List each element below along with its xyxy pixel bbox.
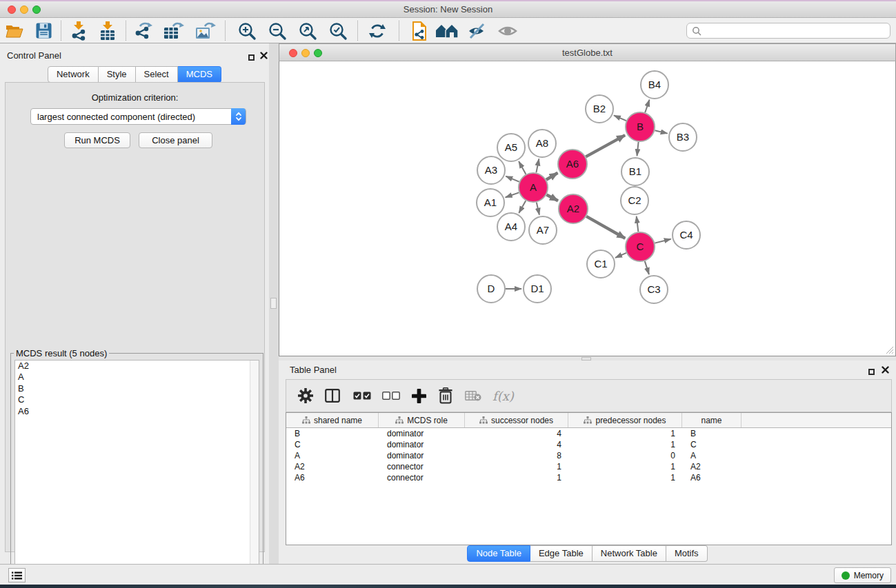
delete-table-button[interactable]: [465, 390, 481, 401]
network-canvas[interactable]: B4B2BB3A5A8A6B1A3AC2A1A2A4A7C4CC1C3DD1: [279, 61, 896, 356]
table-cell[interactable]: dominator: [379, 450, 465, 461]
graph-edge-C-C1[interactable]: [615, 253, 626, 258]
tab-network-table[interactable]: Network Table: [593, 545, 666, 562]
table-cell[interactable]: dominator: [379, 428, 465, 439]
tab-edge-table[interactable]: Edge Table: [530, 545, 593, 562]
column-header-MCDS-role[interactable]: MCDS role: [379, 413, 465, 427]
tab-network[interactable]: Network: [48, 66, 99, 83]
close-panel-button[interactable]: [260, 50, 268, 57]
close-panel-button-inner[interactable]: Close panel: [139, 132, 212, 148]
export-network-button[interactable]: [132, 18, 154, 43]
graph-edge-B-B3[interactable]: [655, 130, 667, 133]
table-cell[interactable]: A: [286, 450, 379, 461]
column-header-predecessor-nodes[interactable]: predecessor nodes: [568, 413, 682, 427]
tab-select[interactable]: Select: [136, 66, 178, 83]
network-from-selection-button[interactable]: [408, 18, 430, 43]
level-of-detail-button[interactable]: [465, 18, 488, 43]
open-session-button[interactable]: [4, 18, 25, 43]
zoom-fit-button[interactable]: [297, 18, 319, 43]
result-item[interactable]: C: [15, 394, 259, 405]
task-history-button[interactable]: [8, 568, 26, 582]
graph-edge-A6-B[interactable]: [586, 135, 625, 156]
table-cell[interactable]: 1: [568, 461, 682, 472]
zoom-out-button[interactable]: [266, 18, 288, 43]
tab-mcds[interactable]: MCDS: [178, 66, 221, 83]
table-cell[interactable]: 0: [568, 450, 682, 461]
table-row[interactable]: Adominator80A: [286, 450, 891, 461]
criterion-select[interactable]: largest connected component (directed): [30, 108, 246, 125]
table-cell[interactable]: 4: [465, 428, 568, 439]
table-close-button[interactable]: [882, 364, 889, 372]
table-cell[interactable]: 1: [568, 439, 682, 450]
table-options-button[interactable]: [298, 388, 313, 403]
graph-edge-C-C3[interactable]: [645, 261, 649, 274]
table-cell[interactable]: dominator: [379, 439, 465, 450]
table-row[interactable]: Bdominator41B: [286, 428, 891, 439]
graph-edge-C-C2[interactable]: [637, 216, 639, 232]
table-row[interactable]: A6connector11A6: [286, 472, 891, 483]
table-cell[interactable]: 4: [465, 439, 568, 450]
table-float-button[interactable]: [868, 365, 876, 373]
table-row[interactable]: Cdominator41C: [286, 439, 891, 450]
result-item[interactable]: A6: [15, 406, 259, 417]
float-panel-button[interactable]: [248, 51, 256, 59]
table-cell[interactable]: connector: [379, 472, 465, 483]
home-button[interactable]: [435, 18, 459, 43]
import-table-button[interactable]: [97, 18, 119, 43]
table-row[interactable]: A2connector11A2: [286, 461, 891, 472]
select-all-button[interactable]: [353, 392, 371, 400]
graph-edge-B-B1[interactable]: [637, 142, 639, 156]
table-cell[interactable]: 1: [568, 472, 682, 483]
column-header-name[interactable]: name: [682, 413, 741, 427]
graph-edge-B-B4[interactable]: [645, 100, 649, 113]
table-cell[interactable]: 1: [465, 472, 568, 483]
tab-style[interactable]: Style: [99, 66, 136, 83]
resize-grip-icon[interactable]: [886, 346, 894, 354]
show-columns-button[interactable]: [325, 389, 340, 403]
import-network-button[interactable]: [68, 18, 90, 43]
search-input[interactable]: [704, 26, 884, 36]
graph-edge-A-A5[interactable]: [519, 161, 526, 174]
table-cell[interactable]: 1: [465, 461, 568, 472]
column-header-successor-nodes[interactable]: successor nodes: [465, 413, 568, 427]
table-cell[interactable]: 8: [465, 450, 568, 461]
divider-grip[interactable]: [270, 298, 277, 309]
table-cell[interactable]: A2: [286, 461, 379, 472]
graph-edge-A-A8[interactable]: [536, 159, 539, 173]
table-cell[interactable]: C: [682, 439, 741, 450]
mcds-result-list[interactable]: A2ABCA6: [14, 360, 259, 586]
export-image-button[interactable]: [194, 18, 217, 43]
table-cell[interactable]: A: [682, 450, 741, 461]
result-item[interactable]: A: [15, 372, 259, 383]
preview-button[interactable]: [496, 18, 519, 43]
graph-edge-A-A6[interactable]: [546, 173, 558, 180]
delete-columns-button[interactable]: [439, 387, 452, 404]
table-cell[interactable]: B: [682, 428, 741, 439]
export-table-button[interactable]: [162, 18, 186, 43]
function-builder-button[interactable]: f(x): [492, 389, 514, 403]
result-item[interactable]: B: [15, 383, 259, 394]
graph-edge-A-A3[interactable]: [506, 176, 519, 182]
refresh-view-button[interactable]: [366, 18, 388, 43]
tab-motifs[interactable]: Motifs: [666, 545, 708, 562]
zoom-selected-button[interactable]: [327, 18, 349, 43]
table-cell[interactable]: A2: [682, 461, 741, 472]
result-item[interactable]: A2: [15, 361, 259, 372]
deselect-all-button[interactable]: [382, 392, 400, 400]
table-cell[interactable]: C: [286, 439, 379, 450]
graph-edge-A2-C[interactable]: [586, 216, 625, 239]
tab-node-table[interactable]: Node Table: [467, 545, 530, 562]
save-session-button[interactable]: [33, 18, 54, 43]
memory-button[interactable]: Memory: [834, 567, 891, 583]
graph-edge-A-A7[interactable]: [537, 203, 539, 215]
graph-edge-A-A4[interactable]: [519, 201, 526, 213]
graph-edge-A-A1[interactable]: [506, 192, 519, 197]
table-cell[interactable]: B: [286, 428, 379, 439]
table-cell[interactable]: connector: [379, 461, 465, 472]
result-scrollbar[interactable]: [250, 361, 259, 585]
search-field[interactable]: [686, 23, 890, 39]
table-cell[interactable]: 1: [568, 428, 682, 439]
table-cell[interactable]: A6: [286, 472, 379, 483]
add-column-button[interactable]: [412, 389, 426, 403]
graph-edge-A-A2[interactable]: [546, 194, 558, 201]
